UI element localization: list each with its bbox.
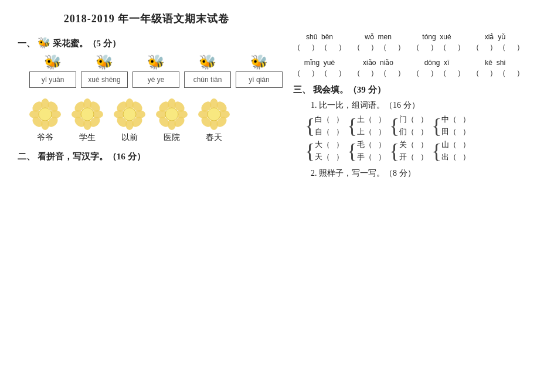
brace-lines-7: 关（ ） 开（ ） (399, 139, 428, 162)
brace-left-1: { (305, 115, 315, 137)
compare-group-7: { 关（ ） 开（ ） (389, 139, 428, 162)
flower-label-1: 爷爷 (37, 132, 53, 143)
subsection2-title: 2. 照样子，写一写。（8 分） (311, 168, 536, 179)
pinyin-r1-c3: tóng xué (410, 33, 463, 41)
brace-line-4b[interactable]: 田（ ） (441, 127, 470, 137)
brace-line-8b[interactable]: 出（ ） (441, 152, 470, 162)
paren-r2-c4[interactable]: （ ）（ ） (472, 68, 526, 79)
pinyin-r1-c1: shū běn (293, 33, 346, 41)
paren-r1-c2[interactable]: （ ）（ ） (353, 42, 407, 53)
brace-line-7a[interactable]: 关（ ） (399, 139, 428, 150)
section1-bee-icon: 🐝 (38, 37, 50, 49)
subsection1-title: 1. 比一比，组词语。（16 分） (311, 100, 536, 111)
brace-lines-3: 门（ ） 们（ ） (399, 114, 428, 137)
compare-group-6: { 毛（ ） 手（ ） (347, 139, 386, 162)
pinyin-box-3[interactable]: yé ye (132, 71, 179, 88)
subsection2: 2. 照样子，写一写。（8 分） (305, 168, 536, 179)
section1-label: 一、 (18, 39, 35, 48)
bee-box-3: 🐝 yé ye (132, 54, 179, 88)
brace-left-7: { (389, 141, 399, 162)
brace-lines-8: 山（ ） 出（ ） (441, 139, 470, 162)
compare-group-4: { 中（ ） 田（ ） (431, 114, 470, 137)
flower-icon-4 (156, 98, 188, 130)
paren-r1-c3[interactable]: （ ）（ ） (412, 42, 466, 53)
pinyin-box-5[interactable]: yī qián (236, 71, 283, 88)
bee-box-1: 🐝 yī yuān (29, 54, 76, 88)
right-column: shū běn wǒ men tóng xué xiả yǔ （ ）（ ） （ … (287, 12, 536, 182)
brace-line-1b[interactable]: 自（ ） (315, 127, 344, 137)
flower-icon-5 (198, 98, 230, 130)
brace-line-3b[interactable]: 们（ ） (399, 127, 428, 137)
flower-item-3: 以前 (114, 98, 145, 143)
pinyin-r1-c4: xiả yǔ (469, 33, 522, 41)
bee-box-2: 🐝 xué shēng (81, 54, 128, 88)
flower-label-4: 医院 (164, 132, 180, 143)
pinyin-row-2: mǐng yuè xiǎo niǎo dōng xī kě shì (293, 59, 536, 67)
subsection1: 1. 比一比，组词语。（16 分） { 白（ ） 自（ ） { (305, 100, 536, 162)
bee-icon-1: 🐝 (44, 54, 62, 70)
pinyin-row-1: shū běn wǒ men tóng xué xiả yǔ (293, 33, 536, 41)
brace-line-6b[interactable]: 手（ ） (357, 152, 386, 162)
brace-line-1a[interactable]: 白（ ） (315, 114, 344, 125)
pinyin-box-1[interactable]: yī yuān (29, 71, 76, 88)
flower-label-3: 以前 (121, 132, 138, 143)
brace-line-3a[interactable]: 门（ ） (399, 114, 428, 125)
brace-lines-6: 毛（ ） 手（ ） (357, 139, 386, 162)
brace-line-5a[interactable]: 大（ ） (315, 139, 344, 150)
brace-line-8a[interactable]: 山（ ） (441, 139, 470, 150)
page-title: 2018-2019 年一年级语文期末试卷 (18, 12, 276, 26)
brace-lines-4: 中（ ） 田（ ） (441, 114, 470, 137)
section1-text: 采花蜜。（5 分） (53, 39, 121, 48)
pinyin-parens-row2: （ ）（ ） （ ）（ ） （ ）（ ） （ ）（ ） (293, 68, 536, 79)
pinyin-rows: shū běn wǒ men tóng xué xiả yǔ （ ）（ ） （ … (293, 33, 536, 79)
paren-r2-c3[interactable]: （ ）（ ） (412, 68, 466, 79)
paren-r1-c1[interactable]: （ ）（ ） (293, 42, 347, 53)
flower-icon-1 (29, 98, 61, 130)
compare-group-3: { 门（ ） 们（ ） (389, 114, 428, 137)
brace-left-4: { (431, 115, 441, 137)
bee-boxes-row: 🐝 yī yuān 🐝 xué shēng 🐝 yé ye 🐝 chūn tiā… (29, 54, 276, 88)
compare-row1: { 白（ ） 自（ ） { 土（ ） 上（ ） (305, 114, 536, 137)
compare-group-1: { 白（ ） 自（ ） (305, 114, 344, 137)
pinyin-r2-c1: mǐng yuè (293, 59, 346, 67)
brace-line-2b[interactable]: 上（ ） (357, 127, 386, 137)
section1: 一、 🐝 采花蜜。（5 分） 🐝 yī yuān 🐝 xué shēng (18, 36, 276, 143)
pinyin-parens-row1: （ ）（ ） （ ）（ ） （ ）（ ） （ ）（ ） (293, 42, 536, 53)
pinyin-r2-c3: dōng xī (410, 59, 463, 67)
pinyin-box-4[interactable]: chūn tiān (184, 71, 231, 88)
flower-label-2: 学生 (79, 132, 96, 143)
pinyin-box-2[interactable]: xué shēng (81, 71, 128, 88)
brace-lines-5: 大（ ） 天（ ） (315, 139, 344, 162)
compare-row2: { 大（ ） 天（ ） { 毛（ ） 手（ ） (305, 139, 536, 162)
pinyin-r1-c2: wǒ men (352, 33, 405, 41)
section2-title: 二、 看拼音，写汉字。（16 分） (18, 151, 276, 162)
bee-icon-4: 🐝 (199, 54, 216, 70)
flower-row: 爷爷 (29, 98, 276, 143)
brace-left-5: { (305, 141, 315, 162)
brace-left-2: { (347, 115, 357, 137)
compare-group-8: { 山（ ） 出（ ） (431, 139, 470, 162)
brace-line-6a[interactable]: 毛（ ） (357, 139, 386, 150)
bee-box-4: 🐝 chūn tiān (184, 54, 231, 88)
paren-r1-c4[interactable]: （ ）（ ） (472, 42, 526, 53)
brace-line-7b[interactable]: 开（ ） (399, 152, 428, 162)
brace-line-4a[interactable]: 中（ ） (441, 114, 470, 125)
section1-title: 一、 🐝 采花蜜。（5 分） (18, 36, 276, 49)
compare-group-5: { 大（ ） 天（ ） (305, 139, 344, 162)
brace-lines-1: 白（ ） 自（ ） (315, 114, 344, 137)
brace-left-8: { (431, 141, 441, 162)
paren-r2-c2[interactable]: （ ）（ ） (353, 68, 407, 79)
section2: 二、 看拼音，写汉字。（16 分） (18, 151, 276, 162)
flower-icon-2 (72, 98, 103, 130)
brace-line-2a[interactable]: 土（ ） (357, 114, 386, 125)
brace-line-5b[interactable]: 天（ ） (315, 152, 344, 162)
flower-item-1: 爷爷 (29, 98, 61, 143)
pinyin-r2-c2: xiǎo niǎo (352, 59, 405, 67)
flower-item-4: 医院 (156, 98, 188, 143)
paren-r2-c1[interactable]: （ ）（ ） (293, 68, 347, 79)
flower-item-5: 春天 (198, 98, 230, 143)
bee-icon-2: 🐝 (96, 54, 113, 70)
compare-group-2: { 土（ ） 上（ ） (347, 114, 386, 137)
section3: 三、 我会填。（39 分） 1. 比一比，组词语。（16 分） { 白（ ） 自… (293, 84, 536, 179)
bee-icon-5: 🐝 (250, 54, 268, 70)
